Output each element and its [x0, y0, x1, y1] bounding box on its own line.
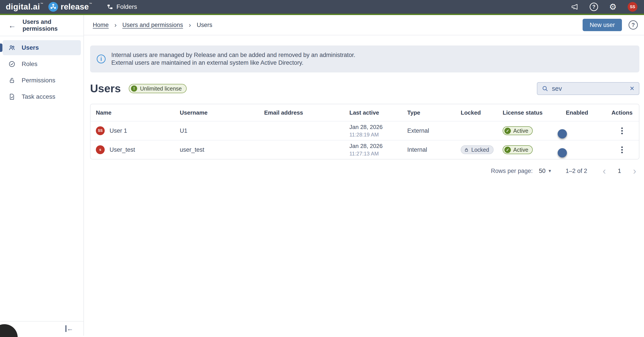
column-header-last-active[interactable]: Last active: [344, 109, 402, 116]
column-header-type[interactable]: Type: [402, 109, 456, 116]
sidebar-item-task-access[interactable]: Task access: [3, 89, 81, 104]
breadcrumb-current: Users: [197, 22, 212, 28]
locked-padlock-icon: [464, 147, 469, 152]
page-title: Users: [90, 82, 121, 95]
back-arrow-icon[interactable]: ←: [8, 22, 16, 29]
sidebar-item-roles[interactable]: Roles: [3, 56, 81, 72]
user-license-status: ✓ Active: [497, 126, 560, 135]
user-last-active: Jan 28, 2026 11:28:19 AM: [344, 124, 402, 138]
users-table: Name Username Email address Last active …: [90, 104, 639, 160]
search-input[interactable]: [552, 85, 626, 92]
task-document-icon: [8, 93, 16, 100]
column-header-name[interactable]: Name: [90, 109, 174, 116]
user-license-status: ✓ Active: [497, 145, 560, 154]
pagination: Rows per page: 50 ▾ 1–2 of 2 ‹ 1 ›: [90, 166, 639, 176]
column-header-enabled[interactable]: Enabled: [560, 109, 605, 116]
unlocked-padlock-icon: [8, 77, 16, 84]
users-icon: [8, 44, 16, 51]
table-row[interactable]: SS User 1 U1 Jan 28, 2026 11:28:19 AM Ex…: [90, 121, 639, 140]
info-banner-text: Internal users are managed by Release an…: [111, 51, 355, 67]
sidebar-item-label: Users: [22, 44, 39, 51]
user-type: Internal: [402, 146, 456, 153]
license-badge: ! Unlimited license: [129, 84, 186, 93]
row-actions-kebab-icon[interactable]: [619, 125, 625, 137]
user-name: User 1: [110, 128, 127, 134]
help-icon[interactable]: ?: [590, 3, 598, 11]
breadcrumb-home-link[interactable]: Home: [93, 22, 109, 28]
info-banner-line2: External users are maintained in an exte…: [111, 59, 355, 67]
title-row: Users ! Unlimited license ✕: [90, 82, 639, 95]
exclamation-icon: !: [131, 86, 137, 92]
digitalai-logo: digital.ai™: [6, 2, 44, 12]
user-last-active: Jan 28, 2026 11:27:13 AM: [344, 143, 402, 157]
user-avatar[interactable]: SS: [628, 2, 637, 12]
caret-down-icon: ▾: [548, 168, 551, 174]
announcements-icon[interactable]: [571, 3, 579, 11]
row-actions-kebab-icon[interactable]: [619, 144, 625, 156]
sidebar-item-label: Task access: [22, 93, 56, 100]
settings-gear-icon[interactable]: ⚙: [609, 3, 616, 11]
column-header-actions: Actions: [605, 109, 639, 116]
rows-per-page-select[interactable]: 50 ▾: [539, 168, 551, 174]
topbar: digital.ai™ release™ Folders ? ⚙ S: [0, 0, 644, 15]
status-badge: ✓ Active: [503, 126, 533, 135]
user-username: user_test: [174, 146, 259, 153]
table-header-row: Name Username Email address Last active …: [90, 104, 639, 121]
page-help-icon[interactable]: ?: [628, 20, 638, 30]
sidebar-title: Users and permissions: [22, 18, 79, 32]
column-header-username[interactable]: Username: [174, 109, 259, 116]
new-user-button[interactable]: New user: [582, 19, 622, 31]
folders-icon: [107, 4, 113, 10]
pagination-range: 1–2 of 2: [566, 168, 587, 174]
info-icon: i: [97, 54, 106, 64]
roles-icon: [8, 60, 16, 68]
rows-per-page-label: Rows per page:: [491, 168, 533, 174]
info-banner-line1: Internal users are managed by Release an…: [111, 51, 355, 59]
user-name: User_test: [110, 146, 135, 153]
user-type: External: [402, 128, 456, 134]
table-row[interactable]: s User_test user_test Jan 28, 2026 11:27…: [90, 140, 639, 159]
sidebar-nav: Users Roles Permissions: [0, 36, 84, 108]
folders-label: Folders: [116, 3, 137, 10]
column-header-locked[interactable]: Locked: [456, 109, 497, 116]
user-locked: Locked: [456, 145, 497, 154]
release-icon: [48, 2, 58, 12]
user-username: U1: [174, 128, 259, 134]
toggle-knob: [558, 148, 567, 158]
sidebar-item-label: Roles: [22, 60, 38, 68]
search-icon: [542, 85, 548, 92]
sidebar-header: ← Users and permissions: [0, 15, 84, 36]
column-header-email[interactable]: Email address: [259, 109, 344, 116]
check-icon: ✓: [504, 128, 511, 134]
next-page-icon[interactable]: ›: [633, 166, 636, 176]
locked-badge: Locked: [461, 145, 494, 154]
sidebar-item-users[interactable]: Users: [3, 40, 81, 55]
breadcrumb: Home › Users and permissions › Users New…: [84, 15, 644, 35]
sidebar-item-label: Permissions: [22, 77, 55, 84]
chevron-right-icon: ›: [114, 21, 116, 29]
toggle-knob: [558, 129, 567, 138]
previous-page-icon[interactable]: ‹: [603, 166, 606, 176]
status-badge: ✓ Active: [503, 145, 533, 154]
breadcrumb-section-link[interactable]: Users and permissions: [122, 22, 183, 28]
release-wordmark: release™: [61, 2, 92, 12]
trademark-sign: ™: [40, 2, 44, 6]
sidebar-item-permissions[interactable]: Permissions: [3, 73, 81, 88]
main-content: Home › Users and permissions › Users New…: [84, 15, 644, 336]
license-badge-label: Unlimited license: [140, 86, 182, 92]
release-logo: release™: [48, 2, 92, 12]
current-page-number[interactable]: 1: [618, 168, 621, 174]
search-box: ✕: [537, 82, 639, 95]
check-icon: ✓: [504, 147, 511, 153]
chevron-right-icon: ›: [189, 21, 191, 29]
sidebar: ← Users and permissions Users Roles: [0, 15, 84, 336]
avatar: SS: [96, 126, 105, 135]
avatar: s: [96, 145, 105, 154]
collapse-sidebar-icon[interactable]: ←: [65, 325, 73, 332]
info-banner: i Internal users are managed by Release …: [90, 46, 639, 72]
column-header-license-status[interactable]: License status: [497, 109, 560, 116]
folders-nav[interactable]: Folders: [107, 3, 137, 10]
clear-search-icon[interactable]: ✕: [630, 85, 634, 92]
